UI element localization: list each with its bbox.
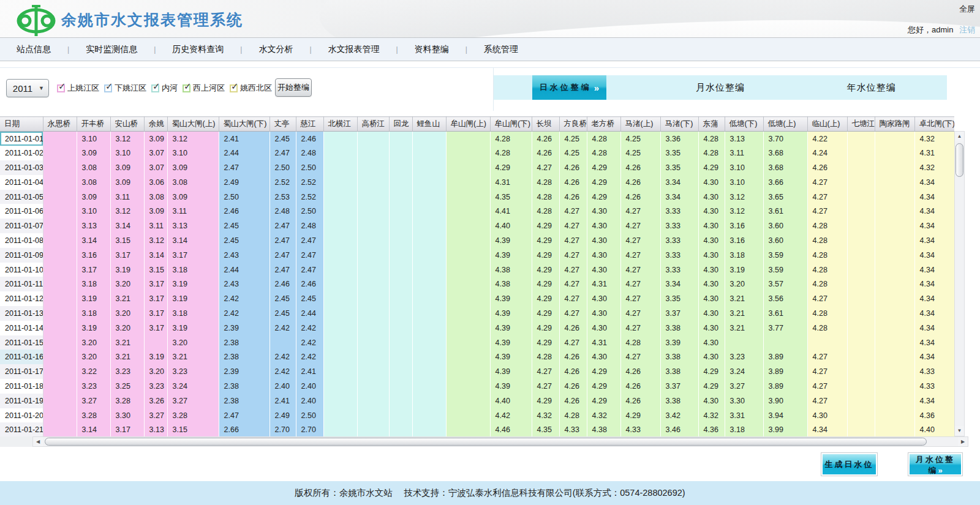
value-cell[interactable] bbox=[357, 321, 389, 335]
value-cell[interactable]: 2.46 bbox=[270, 277, 296, 291]
value-cell[interactable]: 2.48 bbox=[270, 204, 296, 219]
value-cell[interactable]: 4.39 bbox=[490, 379, 532, 394]
value-cell[interactable]: 4.25 bbox=[620, 146, 660, 160]
value-cell[interactable] bbox=[357, 291, 389, 306]
date-cell[interactable]: 2011-01-03 bbox=[0, 160, 43, 175]
scroll-up-icon[interactable]: ▲ bbox=[955, 132, 964, 141]
value-cell[interactable]: 4.30 bbox=[587, 306, 620, 321]
value-cell[interactable]: 3.33 bbox=[660, 233, 698, 248]
checkbox[interactable]: ✓ bbox=[57, 84, 65, 92]
value-cell[interactable]: 4.38 bbox=[490, 277, 532, 291]
value-cell[interactable] bbox=[412, 408, 446, 423]
value-cell[interactable] bbox=[323, 263, 357, 277]
value-cell[interactable]: 4.29 bbox=[532, 219, 559, 233]
value-cell[interactable]: 2.45 bbox=[219, 219, 270, 233]
value-cell[interactable] bbox=[446, 379, 490, 394]
value-cell[interactable] bbox=[323, 132, 357, 146]
nav-item-5[interactable]: 水文报表管理 bbox=[312, 44, 396, 55]
value-cell[interactable] bbox=[43, 350, 77, 364]
value-cell[interactable] bbox=[43, 175, 77, 190]
value-cell[interactable]: 3.15 bbox=[144, 263, 167, 277]
value-cell[interactable]: 3.70 bbox=[763, 132, 807, 146]
value-cell[interactable]: 2.43 bbox=[219, 277, 270, 291]
value-cell[interactable]: 2.39 bbox=[219, 364, 270, 379]
value-cell[interactable]: 4.27 bbox=[620, 204, 660, 219]
year-select[interactable]: 2011 ▼ bbox=[6, 79, 49, 97]
value-cell[interactable]: 4.30 bbox=[698, 175, 725, 190]
value-cell[interactable] bbox=[389, 263, 412, 277]
value-cell[interactable] bbox=[389, 291, 412, 306]
value-cell[interactable]: 3.59 bbox=[763, 263, 807, 277]
value-cell[interactable]: 3.35 bbox=[660, 160, 698, 175]
nav-item-2[interactable]: 实时监测信息 bbox=[69, 44, 154, 55]
value-cell[interactable]: 4.28 bbox=[490, 146, 532, 160]
value-cell[interactable]: 3.89 bbox=[763, 379, 807, 394]
value-cell[interactable]: 3.19 bbox=[167, 291, 219, 306]
value-cell[interactable] bbox=[389, 190, 412, 204]
value-cell[interactable] bbox=[446, 321, 490, 335]
value-cell[interactable] bbox=[847, 364, 875, 379]
value-cell[interactable]: 3.25 bbox=[110, 379, 144, 394]
value-cell[interactable]: 3.68 bbox=[763, 160, 807, 175]
value-cell[interactable]: 3.18 bbox=[725, 422, 763, 436]
value-cell[interactable]: 3.18 bbox=[167, 263, 219, 277]
value-cell[interactable]: 3.99 bbox=[763, 422, 807, 436]
value-cell[interactable]: 4.27 bbox=[620, 233, 660, 248]
value-cell[interactable] bbox=[389, 132, 412, 146]
date-cell[interactable]: 2011-01-01 bbox=[0, 132, 43, 146]
value-cell[interactable]: 4.31 bbox=[914, 146, 954, 160]
value-cell[interactable]: 4.27 bbox=[807, 379, 847, 394]
value-cell[interactable]: 4.33 bbox=[620, 422, 660, 436]
value-cell[interactable]: 2.40 bbox=[270, 379, 296, 394]
value-cell[interactable]: 3.37 bbox=[660, 379, 698, 394]
checkbox[interactable]: ✓ bbox=[151, 84, 159, 92]
value-cell[interactable]: 4.26 bbox=[559, 175, 587, 190]
value-cell[interactable] bbox=[847, 175, 875, 190]
value-cell[interactable] bbox=[43, 132, 77, 146]
value-cell[interactable]: 3.33 bbox=[660, 204, 698, 219]
value-cell[interactable]: 4.33 bbox=[914, 364, 954, 379]
value-cell[interactable]: 4.32 bbox=[914, 132, 954, 146]
value-cell[interactable]: 3.60 bbox=[763, 219, 807, 233]
value-cell[interactable]: 3.57 bbox=[763, 277, 807, 291]
value-cell[interactable]: 4.27 bbox=[620, 277, 660, 291]
value-cell[interactable]: 2.42 bbox=[270, 364, 296, 379]
value-cell[interactable]: 4.29 bbox=[490, 160, 532, 175]
value-cell[interactable]: 4.26 bbox=[620, 175, 660, 190]
value-cell[interactable]: 3.08 bbox=[77, 160, 110, 175]
value-cell[interactable]: 3.09 bbox=[167, 190, 219, 204]
value-cell[interactable]: 4.31 bbox=[490, 175, 532, 190]
value-cell[interactable]: 2.44 bbox=[219, 263, 270, 277]
value-cell[interactable] bbox=[412, 335, 446, 350]
value-cell[interactable]: 2.45 bbox=[219, 233, 270, 248]
value-cell[interactable]: 2.45 bbox=[270, 291, 296, 306]
date-cell[interactable]: 2011-01-14 bbox=[0, 321, 43, 335]
value-cell[interactable]: 4.30 bbox=[698, 321, 725, 335]
value-cell[interactable] bbox=[847, 248, 875, 263]
value-cell[interactable]: 4.28 bbox=[698, 146, 725, 160]
date-cell[interactable]: 2011-01-02 bbox=[0, 146, 43, 160]
value-cell[interactable]: 3.07 bbox=[144, 146, 167, 160]
value-cell[interactable]: 3.89 bbox=[763, 350, 807, 364]
value-cell[interactable]: 4.34 bbox=[914, 204, 954, 219]
value-cell[interactable] bbox=[412, 306, 446, 321]
value-cell[interactable] bbox=[389, 146, 412, 160]
value-cell[interactable]: 3.09 bbox=[77, 190, 110, 204]
value-cell[interactable]: 2.50 bbox=[219, 190, 270, 204]
value-cell[interactable]: 2.49 bbox=[270, 408, 296, 423]
value-cell[interactable]: 3.17 bbox=[77, 263, 110, 277]
value-cell[interactable]: 4.29 bbox=[532, 233, 559, 248]
value-cell[interactable]: 4.28 bbox=[532, 175, 559, 190]
value-cell[interactable]: 4.26 bbox=[532, 146, 559, 160]
value-cell[interactable]: 4.29 bbox=[587, 190, 620, 204]
value-cell[interactable] bbox=[357, 132, 389, 146]
value-cell[interactable]: 4.27 bbox=[807, 175, 847, 190]
value-cell[interactable]: 4.30 bbox=[587, 291, 620, 306]
value-cell[interactable]: 4.40 bbox=[490, 219, 532, 233]
date-cell[interactable]: 2011-01-04 bbox=[0, 175, 43, 190]
value-cell[interactable]: 4.38 bbox=[587, 422, 620, 436]
value-cell[interactable] bbox=[357, 335, 389, 350]
value-cell[interactable]: 4.34 bbox=[914, 350, 954, 364]
scroll-down-icon[interactable]: ▼ bbox=[955, 426, 964, 436]
value-cell[interactable]: 2.47 bbox=[296, 263, 323, 277]
